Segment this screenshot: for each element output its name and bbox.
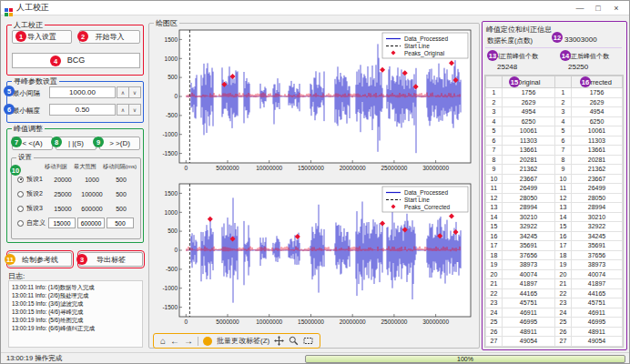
peaks-table-cell: 21: [555, 279, 572, 289]
after-count-value: 25250: [568, 63, 588, 71]
peaks-table-row[interactable]: 11264991126499: [486, 184, 623, 194]
peaks-table-container[interactable]: Original Corrected 117561175622629226293…: [484, 75, 624, 348]
log-line: 13:00:11 Info: (1/6)数据导入完成: [12, 283, 139, 291]
peaks-table-cell: 38973: [572, 260, 623, 270]
peaks-table-row[interactable]: 18376561837656: [486, 250, 623, 260]
peaks-table-row[interactable]: 17356911735691: [486, 241, 623, 251]
peaks-table-row[interactable]: 510061510061: [486, 126, 623, 136]
peaks-table-row[interactable]: 22441652244165: [486, 288, 623, 298]
peaks-table-row[interactable]: 921362921362: [486, 165, 623, 175]
batch-edit-icon[interactable]: [203, 337, 212, 346]
preset-value: 500: [107, 191, 136, 197]
min-interval-down-icon[interactable]: ∨: [128, 86, 141, 98]
peaks-table-row[interactable]: 16342451634245: [486, 231, 623, 241]
annotation-marker-11: 11: [5, 254, 15, 265]
window-title: 人工校正: [16, 2, 49, 14]
peaks-table-cell: 12: [486, 193, 503, 203]
maximize-button[interactable]: □: [589, 1, 607, 15]
forward-icon[interactable]: →: [184, 337, 193, 346]
preset-value-input[interactable]: [107, 217, 134, 228]
corrected-column-header[interactable]: Corrected: [572, 76, 623, 88]
preset-value-input[interactable]: [77, 217, 105, 228]
peaks-table-cell: 35691: [503, 241, 555, 251]
peaks-table-row[interactable]: 23457512345751: [486, 298, 623, 308]
preset-value-input[interactable]: [48, 217, 76, 228]
peaks-table-row[interactable]: 4625046250: [486, 116, 623, 126]
close-button[interactable]: ×: [607, 1, 625, 15]
peaks-table-row[interactable]: 19389731938973: [486, 260, 623, 270]
peaks-table-cell: 4954: [503, 107, 555, 117]
annotation-marker-6: 6: [4, 104, 15, 115]
peaks-table-row[interactable]: 27490542749054: [486, 337, 623, 347]
peaks-table-cell: 16: [486, 231, 503, 241]
move-right-button[interactable]: > >(D): [99, 136, 140, 150]
peaks-table-row[interactable]: 12280501228050: [486, 193, 623, 203]
svg-text:Start Line: Start Line: [404, 43, 430, 49]
preset-radio[interactable]: [17, 206, 24, 212]
svg-text:-500: -500: [166, 112, 178, 118]
peaks-table-row[interactable]: 713661713661: [486, 146, 623, 156]
peaks-table-cell: 4: [486, 116, 503, 126]
svg-text:Data_Processed: Data_Processed: [404, 35, 448, 43]
preset-label: 预设3: [26, 204, 48, 213]
peak-info-title: 峰值定位和纠正信息: [486, 25, 552, 35]
peaks-table-cell: 10: [555, 174, 572, 184]
signal-type-select[interactable]: BCG: [12, 53, 140, 68]
min-amplitude-input[interactable]: [49, 104, 116, 116]
peaks-table-row[interactable]: 1175611756: [486, 88, 623, 98]
peaks-table-cell: 41897: [572, 279, 623, 289]
peaks-table-row[interactable]: 20400742040074: [486, 269, 623, 279]
start-import-button[interactable]: 开始导入: [79, 30, 140, 44]
peaks-table-cell: 40074: [572, 269, 623, 279]
peaks-table-row[interactable]: 14302101430210: [486, 212, 623, 222]
batch-edit-label[interactable]: 批量更改标签(Z): [217, 336, 269, 346]
peaks-table-row[interactable]: 2262922629: [486, 97, 623, 107]
peaks-table-cell: 18: [555, 250, 572, 260]
peaks-table-row[interactable]: 820281820281: [486, 155, 623, 165]
peaks-table-row[interactable]: 21418972141897: [486, 279, 623, 289]
peaks-table-cell: 48911: [503, 327, 555, 337]
back-icon[interactable]: ←: [170, 337, 179, 346]
preset-radio[interactable]: [17, 220, 24, 227]
peaks-table-cell: 23: [486, 298, 503, 308]
min-amplitude-down-icon[interactable]: ∨: [128, 104, 141, 116]
peaks-table-cell: 35691: [572, 241, 623, 251]
rect-zoom-icon[interactable]: [303, 336, 313, 346]
peaks-table-cell: 46911: [572, 308, 623, 318]
export-labels-button[interactable]: 导出标签: [79, 252, 143, 267]
peaks-table-cell: 15: [555, 222, 572, 232]
preset-radio[interactable]: [17, 177, 24, 183]
chart-top[interactable]: 150010005000-500-1000-150005000000100000…: [152, 25, 476, 178]
peaks-table-cell: 16: [555, 231, 572, 241]
minimize-button[interactable]: —: [571, 1, 589, 15]
peaks-table-cell: 26: [555, 327, 572, 337]
peaks-table-row[interactable]: 10236671023667: [486, 174, 623, 184]
peaks-table-cell: 3: [555, 107, 572, 117]
annotation-marker-10: 10: [10, 165, 21, 176]
peaks-table-cell: 17: [486, 241, 503, 251]
peaks-table-cell: 8: [486, 155, 503, 165]
peaks-table-cell: 34245: [503, 231, 555, 241]
log-box[interactable]: 13:00:11 Info: (1/6)数据导入完成13:00:11 Info:…: [8, 280, 143, 348]
svg-text:Peaks_Original: Peaks_Original: [404, 50, 445, 57]
peaks-table-row[interactable]: 15329221532922: [486, 222, 623, 232]
before-count-label: 纠正前峰值个数: [493, 52, 538, 61]
zoom-icon[interactable]: [289, 336, 299, 346]
peaks-table-row[interactable]: 3495434954: [486, 107, 623, 117]
peaks-table-row[interactable]: 24469112446911: [486, 308, 623, 318]
peaks-table-cell: 2629: [572, 97, 623, 107]
svg-text:30000000: 30000000: [422, 318, 449, 325]
pan-icon[interactable]: [274, 336, 284, 346]
peaks-table-cell: 1: [486, 88, 503, 98]
peaks-table-row[interactable]: 611303611303: [486, 136, 623, 146]
peaks-table-row[interactable]: 25469952546995: [486, 318, 623, 328]
peaks-table-row[interactable]: 13289941328994: [486, 203, 623, 213]
chart-bottom[interactable]: 150010005000-500-1000-150005000000100000…: [152, 179, 476, 332]
min-interval-input[interactable]: [49, 86, 116, 98]
draw-reference-button[interactable]: 绘制参考线: [8, 252, 72, 267]
min-amplitude-up-icon[interactable]: ∧: [117, 104, 129, 116]
preset-radio[interactable]: [17, 191, 24, 197]
peaks-table-row[interactable]: 26489112648911: [486, 327, 623, 337]
home-icon[interactable]: ⌂: [160, 337, 166, 346]
min-interval-up-icon[interactable]: ∧: [117, 86, 129, 98]
